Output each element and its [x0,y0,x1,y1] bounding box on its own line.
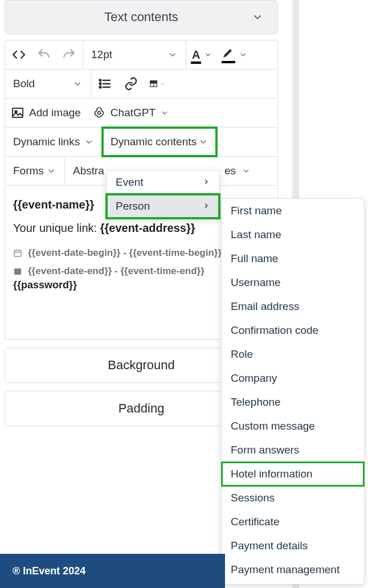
menu-item-label: Company [231,372,277,385]
menu-item-full-name[interactable]: Full name [222,247,364,271]
menu-item-username[interactable]: Username [222,271,364,295]
chatgpt-label: ChatGPT [111,107,156,119]
list-icon[interactable] [97,76,113,92]
menu-item-custom-message[interactable]: Custom message [222,414,364,438]
link-icon[interactable] [123,76,139,92]
menu-item-label: Email address [231,300,299,313]
menu-item-sessions[interactable]: Sessions [222,486,364,510]
menu-item-label: Username [231,276,281,289]
svg-point-1 [100,83,101,85]
menu-dynamic-contents: EventPerson [106,170,220,219]
forms-select[interactable]: Forms [5,157,64,185]
section-background-label: Background [108,358,174,373]
chevron-right-icon [202,200,210,213]
menu-item-label: First name [231,205,282,217]
table-icon[interactable] [149,76,165,92]
font-weight-select[interactable]: Bold [5,70,91,98]
menu-item-first-name[interactable]: First name [222,199,364,223]
section-padding-label: Padding [118,401,165,416]
font-size-value: 12pt [91,48,112,61]
abstract-select[interactable]: Abstra [65,157,111,185]
chatgpt-button[interactable]: ChatGPT [87,99,175,127]
dynamic-contents-label: Dynamic contents [111,136,197,148]
menu-item-label: Payment management [231,564,340,576]
chevron-down-icon [251,11,264,23]
menu-item-email-address[interactable]: Email address [222,295,364,318]
menu-item-role[interactable]: Role [222,342,364,366]
undo-icon[interactable] [36,47,52,63]
editor-line-date-begin: {{event-date-begin}} - {{event-time-begi… [28,247,222,259]
text-color-button[interactable]: A [192,48,212,62]
menu-item-label: Person [116,200,150,213]
menu-item-confirmation-code[interactable]: Confirmation code [222,318,364,342]
menu-item-form-answers[interactable]: Form answers [222,438,364,462]
menu-item-person[interactable]: Person [107,194,219,218]
calendar-filled-icon [13,267,22,276]
editor-line-unique-value: {{event-address}} [100,222,195,234]
menu-item-telephone[interactable]: Telephone [222,390,364,414]
menu-item-label: Custom message [231,420,315,432]
menu-item-payment-details[interactable]: Payment details [222,534,364,558]
dynamic-links-label: Dynamic links [13,136,80,148]
footer: ® InEvent 2024 [0,554,225,588]
dynamic-links-select[interactable]: Dynamic links [5,128,102,156]
chevron-right-icon [202,176,210,189]
chatgpt-icon [92,106,106,120]
calendar-outline-icon [13,248,22,258]
section-text-contents[interactable]: Text contents [5,0,278,34]
editor-line-unique-label: Your unique link: [13,222,100,234]
section-title: Text contents [104,10,178,24]
code-icon[interactable] [11,47,27,63]
svg-rect-9 [150,81,157,83]
svg-rect-10 [13,108,23,117]
menu-item-label: Role [231,348,253,361]
menu-item-label: Certificate [231,516,280,528]
menu-item-label: Hotel information [231,468,313,480]
menu-item-label: Full name [231,252,278,265]
svg-point-0 [100,80,101,81]
forms-label: Forms [13,165,44,177]
svg-rect-13 [14,250,21,256]
menu-person-fields: First nameLast nameFull nameUsernameEmai… [221,198,365,585]
footer-text: ® InEvent 2024 [13,565,85,577]
menu-item-event[interactable]: Event [107,170,219,194]
add-image-label: Add image [29,107,81,119]
menu-item-payment-management[interactable]: Payment management [222,558,364,582]
highlighter-icon [222,48,235,61]
obscured-dropdown-fragment: es [224,165,236,177]
svg-point-12 [97,112,100,115]
menu-item-company[interactable]: Company [222,366,364,390]
editor-line-date-end: {{event-date-end}} - {{event-time-end}} [28,266,205,277]
add-image-button[interactable]: Add image [5,99,87,127]
menu-item-label: Telephone [231,396,281,409]
menu-item-label: Payment details [231,540,308,552]
dynamic-contents-select[interactable]: Dynamic contents [103,128,216,156]
svg-point-2 [100,87,101,88]
menu-item-hotel-information[interactable]: Hotel information [222,462,364,486]
rich-text-toolbar: 12pt A Bold [5,40,278,186]
menu-item-last-name[interactable]: Last name [222,223,364,247]
menu-item-label: Last name [231,228,281,241]
font-size-select[interactable]: 12pt [83,40,186,69]
menu-item-label: Sessions [231,492,275,504]
menu-item-label: Event [116,176,144,189]
redo-icon[interactable] [61,47,77,63]
font-weight-value: Bold [13,77,35,90]
image-icon [11,106,24,120]
menu-item-label: Confirmation code [231,324,318,337]
abstract-label: Abstra [73,165,104,177]
menu-item-label: Form answers [231,444,299,456]
text-color-icon: A [192,48,200,62]
highlight-color-button[interactable] [222,48,248,61]
menu-item-certificate[interactable]: Certificate [222,510,364,534]
